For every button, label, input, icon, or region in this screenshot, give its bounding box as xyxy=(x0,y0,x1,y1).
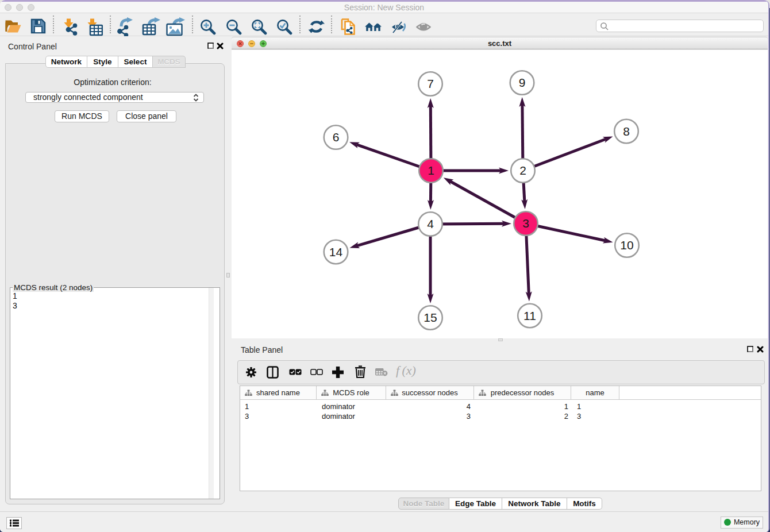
svg-text:6: 6 xyxy=(333,130,340,144)
svg-text:8: 8 xyxy=(623,125,630,138)
svg-text:14: 14 xyxy=(329,245,343,259)
svg-text:4: 4 xyxy=(427,217,434,230)
svg-text:7: 7 xyxy=(427,77,434,90)
svg-text:11: 11 xyxy=(523,309,536,322)
svg-text:9: 9 xyxy=(519,76,526,89)
svg-text:1: 1 xyxy=(428,164,434,177)
svg-text:10: 10 xyxy=(620,238,633,252)
svg-text:3: 3 xyxy=(522,217,529,230)
svg-text:15: 15 xyxy=(424,311,437,324)
svg-text:2: 2 xyxy=(519,164,526,177)
